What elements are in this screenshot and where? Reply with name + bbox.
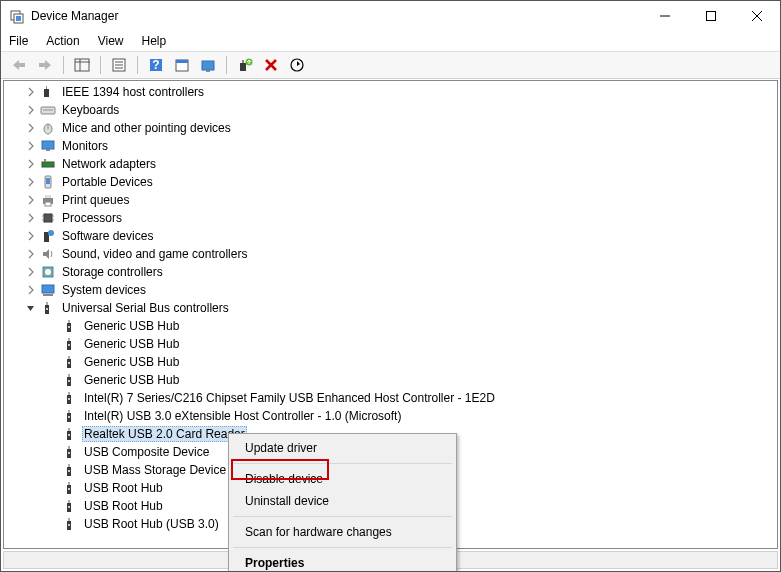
svg-rect-9 [75, 59, 89, 71]
device-label: USB Root Hub [82, 480, 165, 496]
category-node[interactable]: IEEE 1394 host controllers [6, 83, 775, 101]
category-node[interactable]: Mice and other pointing devices [6, 119, 775, 137]
category-node[interactable]: Network adapters [6, 155, 775, 173]
device-label: USB Root Hub (USB 3.0) [82, 516, 221, 532]
help-button[interactable]: ? [144, 54, 168, 76]
svg-rect-2 [16, 16, 21, 21]
category-label: Universal Serial Bus controllers [60, 300, 231, 316]
svg-rect-55 [46, 302, 48, 305]
svg-rect-21 [206, 70, 210, 72]
svg-rect-58 [68, 320, 70, 323]
forward-button[interactable] [33, 54, 57, 76]
expand-arrow-icon[interactable] [24, 175, 38, 189]
maximize-button[interactable] [688, 1, 734, 31]
disable-device-button[interactable] [285, 54, 309, 76]
collapse-arrow-icon[interactable] [24, 301, 38, 315]
update-driver-button[interactable] [233, 54, 257, 76]
svg-point-71 [68, 398, 70, 400]
device-node[interactable]: Intel(R) 7 Series/C216 Chipset Family US… [6, 389, 775, 407]
toolbar-separator [137, 56, 138, 74]
category-label: Mice and other pointing devices [60, 120, 233, 136]
show-hidden-button[interactable] [196, 54, 220, 76]
svg-rect-73 [68, 410, 70, 413]
category-node[interactable]: Processors [6, 209, 775, 227]
back-button[interactable] [7, 54, 31, 76]
category-node[interactable]: Storage controllers [6, 263, 775, 281]
category-label: Storage controllers [60, 264, 165, 280]
svg-rect-76 [68, 428, 70, 431]
svg-point-86 [68, 488, 70, 490]
svg-rect-64 [68, 356, 70, 359]
minimize-button[interactable] [642, 1, 688, 31]
close-button[interactable] [734, 1, 780, 31]
svg-rect-35 [46, 149, 50, 151]
category-node[interactable]: Print queues [6, 191, 775, 209]
system-icon [40, 282, 56, 298]
context-update-driver[interactable]: Update driver [231, 437, 454, 459]
svg-point-89 [68, 506, 70, 508]
device-label: Generic USB Hub [82, 354, 181, 370]
svg-rect-39 [46, 178, 50, 184]
svg-rect-8 [39, 63, 45, 67]
expand-arrow-icon[interactable] [24, 211, 38, 225]
svg-rect-85 [68, 482, 70, 485]
usb-device-icon [62, 336, 78, 352]
category-node[interactable]: Software devices [6, 227, 775, 245]
device-node[interactable]: Generic USB Hub [6, 335, 775, 353]
monitor-icon [40, 138, 56, 154]
properties-button[interactable] [107, 54, 131, 76]
expand-arrow-icon[interactable] [24, 247, 38, 261]
context-menu: Update driver Disable device Uninstall d… [228, 433, 457, 572]
context-scan-hardware[interactable]: Scan for hardware changes [231, 521, 454, 543]
expand-arrow-icon[interactable] [24, 229, 38, 243]
category-node[interactable]: Monitors [6, 137, 775, 155]
device-node[interactable]: Generic USB Hub [6, 371, 775, 389]
context-separator [233, 516, 452, 517]
device-node[interactable]: Generic USB Hub [6, 317, 775, 335]
expand-arrow-icon[interactable] [24, 103, 38, 117]
svg-rect-52 [42, 285, 54, 293]
device-label: Generic USB Hub [82, 318, 181, 334]
category-node[interactable]: Portable Devices [6, 173, 775, 191]
expand-arrow-icon[interactable] [24, 265, 38, 279]
expand-arrow-icon[interactable] [24, 121, 38, 135]
svg-point-56 [46, 308, 48, 310]
category-label: Processors [60, 210, 124, 226]
window-title: Device Manager [31, 9, 642, 23]
menu-help[interactable]: Help [140, 32, 169, 50]
category-label: Keyboards [60, 102, 121, 118]
context-disable-device[interactable]: Disable device [231, 468, 454, 490]
ieee1394-icon [40, 84, 56, 100]
menu-view[interactable]: View [96, 32, 126, 50]
menu-action[interactable]: Action [44, 32, 81, 50]
scan-hardware-button[interactable] [170, 54, 194, 76]
context-properties[interactable]: Properties [231, 552, 454, 572]
svg-point-83 [68, 470, 70, 472]
svg-point-68 [68, 380, 70, 382]
expand-arrow-icon[interactable] [24, 85, 38, 99]
category-label: Monitors [60, 138, 110, 154]
svg-rect-43 [44, 214, 52, 222]
portable-icon [40, 174, 56, 190]
expand-arrow-icon[interactable] [24, 283, 38, 297]
svg-point-51 [45, 269, 51, 275]
category-label: Sound, video and game controllers [60, 246, 249, 262]
category-node[interactable]: Keyboards [6, 101, 775, 119]
uninstall-device-button[interactable] [259, 54, 283, 76]
category-node[interactable]: System devices [6, 281, 775, 299]
category-node-usb[interactable]: Universal Serial Bus controllers [6, 299, 775, 317]
software-icon [40, 228, 56, 244]
menu-file[interactable]: File [7, 32, 30, 50]
category-node[interactable]: Sound, video and game controllers [6, 245, 775, 263]
context-uninstall-device[interactable]: Uninstall device [231, 490, 454, 512]
device-node[interactable]: Intel(R) USB 3.0 eXtensible Host Control… [6, 407, 775, 425]
keyboard-icon [40, 102, 56, 118]
show-hide-tree-button[interactable] [70, 54, 94, 76]
expand-arrow-icon[interactable] [24, 139, 38, 153]
device-node[interactable]: Generic USB Hub [6, 353, 775, 371]
expand-arrow-icon[interactable] [24, 193, 38, 207]
expand-arrow-icon[interactable] [24, 157, 38, 171]
device-label: Intel(R) 7 Series/C216 Chipset Family US… [82, 390, 497, 406]
svg-rect-7 [19, 63, 25, 67]
svg-rect-34 [42, 141, 54, 149]
